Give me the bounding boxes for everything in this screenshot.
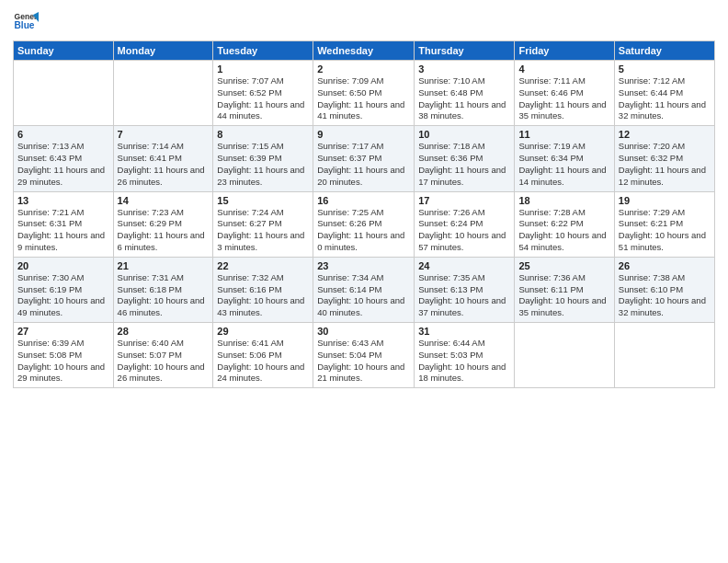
day-info: Sunrise: 7:29 AM Sunset: 6:21 PM Dayligh… bbox=[619, 207, 711, 254]
day-info: Sunrise: 7:12 AM Sunset: 6:44 PM Dayligh… bbox=[619, 75, 711, 122]
calendar-cell: 26Sunrise: 7:38 AM Sunset: 6:10 PM Dayli… bbox=[614, 257, 714, 322]
calendar-cell bbox=[614, 323, 714, 388]
calendar-cell: 23Sunrise: 7:34 AM Sunset: 6:14 PM Dayli… bbox=[313, 257, 415, 322]
calendar-cell bbox=[113, 61, 213, 126]
day-info: Sunrise: 7:25 AM Sunset: 6:26 PM Dayligh… bbox=[317, 207, 410, 254]
day-info: Sunrise: 6:39 AM Sunset: 5:08 PM Dayligh… bbox=[17, 338, 109, 385]
calendar-header-row: SundayMondayTuesdayWednesdayThursdayFrid… bbox=[14, 41, 715, 61]
calendar-cell: 1Sunrise: 7:07 AM Sunset: 6:52 PM Daylig… bbox=[213, 61, 313, 126]
weekday-header-saturday: Saturday bbox=[614, 41, 714, 61]
day-info: Sunrise: 7:09 AM Sunset: 6:50 PM Dayligh… bbox=[317, 75, 410, 122]
calendar-row-3: 20Sunrise: 7:30 AM Sunset: 6:19 PM Dayli… bbox=[14, 257, 715, 322]
header: General Blue bbox=[13, 9, 715, 35]
day-number: 30 bbox=[317, 326, 410, 337]
calendar-cell: 20Sunrise: 7:30 AM Sunset: 6:19 PM Dayli… bbox=[14, 257, 114, 322]
calendar-cell: 25Sunrise: 7:36 AM Sunset: 6:11 PM Dayli… bbox=[515, 257, 614, 322]
calendar-cell: 27Sunrise: 6:39 AM Sunset: 5:08 PM Dayli… bbox=[14, 323, 114, 388]
day-info: Sunrise: 7:21 AM Sunset: 6:31 PM Dayligh… bbox=[17, 207, 109, 254]
calendar-cell bbox=[515, 323, 614, 388]
day-info: Sunrise: 7:10 AM Sunset: 6:48 PM Dayligh… bbox=[418, 75, 510, 122]
calendar-cell: 11Sunrise: 7:19 AM Sunset: 6:34 PM Dayli… bbox=[515, 126, 614, 191]
calendar-cell: 22Sunrise: 7:32 AM Sunset: 6:16 PM Dayli… bbox=[213, 257, 313, 322]
logo: General Blue bbox=[13, 9, 42, 35]
day-number: 22 bbox=[217, 260, 309, 271]
calendar-cell: 12Sunrise: 7:20 AM Sunset: 6:32 PM Dayli… bbox=[614, 126, 714, 191]
day-number: 25 bbox=[518, 260, 609, 271]
day-number: 14 bbox=[118, 195, 210, 206]
weekday-header-friday: Friday bbox=[515, 41, 614, 61]
weekday-header-wednesday: Wednesday bbox=[313, 41, 415, 61]
calendar-table: SundayMondayTuesdayWednesdayThursdayFrid… bbox=[13, 40, 715, 388]
day-number: 23 bbox=[317, 260, 410, 271]
calendar-cell: 2Sunrise: 7:09 AM Sunset: 6:50 PM Daylig… bbox=[313, 61, 415, 126]
calendar-cell: 17Sunrise: 7:26 AM Sunset: 6:24 PM Dayli… bbox=[415, 191, 515, 257]
day-number: 31 bbox=[418, 326, 510, 337]
calendar-cell: 28Sunrise: 6:40 AM Sunset: 5:07 PM Dayli… bbox=[113, 323, 213, 388]
day-info: Sunrise: 7:38 AM Sunset: 6:10 PM Dayligh… bbox=[619, 272, 711, 319]
calendar-cell: 10Sunrise: 7:18 AM Sunset: 6:36 PM Dayli… bbox=[415, 126, 515, 191]
day-number: 18 bbox=[518, 195, 609, 206]
day-info: Sunrise: 7:11 AM Sunset: 6:46 PM Dayligh… bbox=[518, 75, 609, 122]
day-number: 6 bbox=[17, 129, 109, 140]
day-info: Sunrise: 7:17 AM Sunset: 6:37 PM Dayligh… bbox=[317, 141, 410, 188]
day-number: 24 bbox=[418, 260, 510, 271]
day-info: Sunrise: 7:35 AM Sunset: 6:13 PM Dayligh… bbox=[418, 272, 510, 319]
day-number: 27 bbox=[17, 326, 109, 337]
day-info: Sunrise: 7:23 AM Sunset: 6:29 PM Dayligh… bbox=[118, 207, 210, 254]
day-info: Sunrise: 7:30 AM Sunset: 6:19 PM Dayligh… bbox=[17, 272, 109, 319]
day-number: 2 bbox=[317, 63, 410, 75]
day-number: 5 bbox=[619, 63, 711, 75]
day-number: 11 bbox=[518, 129, 609, 140]
day-number: 15 bbox=[217, 195, 309, 206]
day-info: Sunrise: 6:44 AM Sunset: 5:03 PM Dayligh… bbox=[418, 338, 510, 385]
calendar-cell: 21Sunrise: 7:31 AM Sunset: 6:18 PM Dayli… bbox=[113, 257, 213, 322]
day-number: 3 bbox=[418, 63, 510, 75]
calendar-cell: 18Sunrise: 7:28 AM Sunset: 6:22 PM Dayli… bbox=[515, 191, 614, 257]
calendar-cell: 7Sunrise: 7:14 AM Sunset: 6:41 PM Daylig… bbox=[113, 126, 213, 191]
day-info: Sunrise: 7:14 AM Sunset: 6:41 PM Dayligh… bbox=[118, 141, 210, 188]
weekday-header-tuesday: Tuesday bbox=[213, 41, 313, 61]
day-number: 4 bbox=[518, 63, 609, 75]
day-info: Sunrise: 7:18 AM Sunset: 6:36 PM Dayligh… bbox=[418, 141, 510, 188]
calendar-cell: 19Sunrise: 7:29 AM Sunset: 6:21 PM Dayli… bbox=[614, 191, 714, 257]
day-number: 20 bbox=[17, 260, 109, 271]
calendar-cell: 3Sunrise: 7:10 AM Sunset: 6:48 PM Daylig… bbox=[415, 61, 515, 126]
day-number: 26 bbox=[619, 260, 711, 271]
day-number: 28 bbox=[118, 326, 210, 337]
day-info: Sunrise: 7:34 AM Sunset: 6:14 PM Dayligh… bbox=[317, 272, 410, 319]
logo-icon: General Blue bbox=[13, 9, 39, 35]
day-number: 17 bbox=[418, 195, 510, 206]
calendar-cell: 4Sunrise: 7:11 AM Sunset: 6:46 PM Daylig… bbox=[515, 61, 614, 126]
day-number: 10 bbox=[418, 129, 510, 140]
day-number: 13 bbox=[17, 195, 109, 206]
calendar-cell bbox=[14, 61, 114, 126]
day-info: Sunrise: 7:26 AM Sunset: 6:24 PM Dayligh… bbox=[418, 207, 510, 254]
calendar-cell: 31Sunrise: 6:44 AM Sunset: 5:03 PM Dayli… bbox=[415, 323, 515, 388]
calendar-cell: 15Sunrise: 7:24 AM Sunset: 6:27 PM Dayli… bbox=[213, 191, 313, 257]
weekday-header-thursday: Thursday bbox=[415, 41, 515, 61]
day-info: Sunrise: 6:43 AM Sunset: 5:04 PM Dayligh… bbox=[317, 338, 410, 385]
calendar-cell: 9Sunrise: 7:17 AM Sunset: 6:37 PM Daylig… bbox=[313, 126, 415, 191]
day-number: 19 bbox=[619, 195, 711, 206]
day-number: 29 bbox=[217, 326, 309, 337]
day-info: Sunrise: 7:19 AM Sunset: 6:34 PM Dayligh… bbox=[518, 141, 609, 188]
day-number: 1 bbox=[217, 63, 309, 75]
day-number: 16 bbox=[317, 195, 410, 206]
day-info: Sunrise: 7:07 AM Sunset: 6:52 PM Dayligh… bbox=[217, 75, 309, 122]
weekday-header-monday: Monday bbox=[113, 41, 213, 61]
calendar-row-0: 1Sunrise: 7:07 AM Sunset: 6:52 PM Daylig… bbox=[14, 61, 715, 126]
calendar-row-4: 27Sunrise: 6:39 AM Sunset: 5:08 PM Dayli… bbox=[14, 323, 715, 388]
day-info: Sunrise: 7:36 AM Sunset: 6:11 PM Dayligh… bbox=[518, 272, 609, 319]
day-info: Sunrise: 6:41 AM Sunset: 5:06 PM Dayligh… bbox=[217, 338, 309, 385]
calendar-row-1: 6Sunrise: 7:13 AM Sunset: 6:43 PM Daylig… bbox=[14, 126, 715, 191]
day-number: 21 bbox=[118, 260, 210, 271]
day-info: Sunrise: 7:15 AM Sunset: 6:39 PM Dayligh… bbox=[217, 141, 309, 188]
svg-text:Blue: Blue bbox=[15, 20, 35, 30]
day-info: Sunrise: 7:31 AM Sunset: 6:18 PM Dayligh… bbox=[118, 272, 210, 319]
calendar-cell: 8Sunrise: 7:15 AM Sunset: 6:39 PM Daylig… bbox=[213, 126, 313, 191]
calendar-cell: 14Sunrise: 7:23 AM Sunset: 6:29 PM Dayli… bbox=[113, 191, 213, 257]
day-info: Sunrise: 6:40 AM Sunset: 5:07 PM Dayligh… bbox=[118, 338, 210, 385]
page: General Blue SundayMondayTuesdayWednesda… bbox=[0, 0, 728, 563]
day-info: Sunrise: 7:28 AM Sunset: 6:22 PM Dayligh… bbox=[518, 207, 609, 254]
weekday-header-sunday: Sunday bbox=[14, 41, 114, 61]
